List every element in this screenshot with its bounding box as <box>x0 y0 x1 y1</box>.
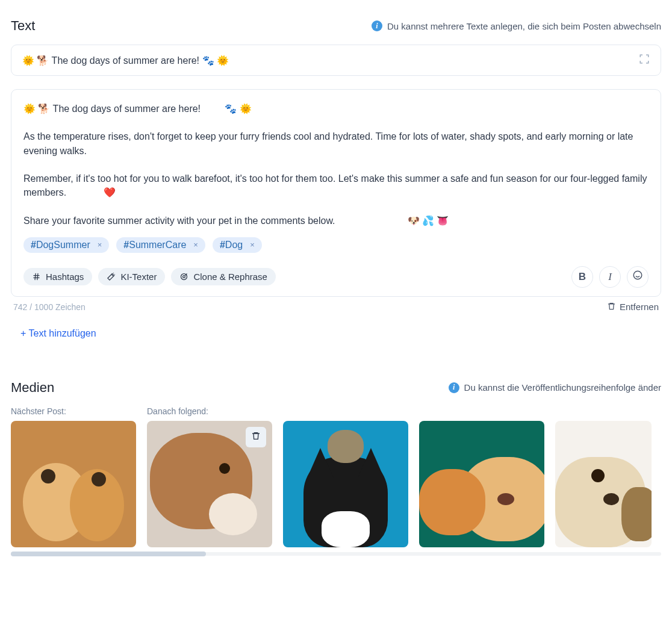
magic-wand-icon <box>107 272 116 281</box>
hashtags-button[interactable]: Hashtags <box>23 268 92 285</box>
info-icon: i <box>449 382 459 393</box>
italic-button[interactable]: I <box>599 266 621 288</box>
text-variant-collapsed[interactable]: 🌞 🐕 The dog days of summer are here! 🐾 🌞 <box>11 45 661 76</box>
remove-text-button[interactable]: Entfernen <box>607 302 659 312</box>
add-text-label: + Text hinzufügen <box>20 328 96 338</box>
media-section-header: Medien i Du kannst die Veröffentlichungs… <box>11 380 661 396</box>
scrollbar-thumb[interactable] <box>11 552 206 556</box>
trash-icon <box>251 431 261 443</box>
media-labels: Nächster Post: Danach folgend: <box>11 406 661 416</box>
ai-texter-label: KI-Texter <box>120 272 157 282</box>
hashtag-chip[interactable]: #DogSummer × <box>23 237 109 253</box>
target-icon <box>179 272 188 281</box>
media-thumbnail[interactable] <box>555 421 652 547</box>
below-card-row: 742 / 1000 Zeichen Entfernen <box>11 297 661 312</box>
editor-toolbar: Hashtags KI-Texter Clone & Rephrase B I <box>23 266 649 288</box>
hashtag-row: #DogSummer × #SummerCare × #Dog × <box>23 237 649 253</box>
clone-rephrase-label: Clone & Rephrase <box>193 272 267 282</box>
text-section-title: Text <box>11 18 35 34</box>
hashtag-remove-icon[interactable]: × <box>249 240 256 249</box>
text-info-block: i Du kannst mehrere Texte anlegen, die s… <box>372 20 661 31</box>
media-thumbnail[interactable] <box>419 421 544 547</box>
hash-icon <box>32 272 41 281</box>
media-thumbnail[interactable] <box>11 421 136 547</box>
post-text-body[interactable]: 🌞 🐕 The dog days of summer are here! 🐾 🌞… <box>23 102 649 228</box>
ai-texter-button[interactable]: KI-Texter <box>98 268 165 285</box>
hashtags-button-label: Hashtags <box>46 272 84 282</box>
svg-point-2 <box>633 271 642 279</box>
text-variant-expanded: 🌞 🐕 The dog days of summer are here! 🐾 🌞… <box>11 89 661 297</box>
text-info-text: Du kannst mehrere Texte anlegen, die sic… <box>387 21 661 31</box>
media-thumbnail[interactable] <box>283 421 408 547</box>
delete-media-button[interactable] <box>246 427 266 447</box>
media-section-title: Medien <box>11 380 54 396</box>
hashtag-chip[interactable]: #Dog × <box>213 237 262 253</box>
emoji-icon <box>632 270 643 284</box>
emoji-button[interactable] <box>627 266 649 288</box>
text-section-header: Text i Du kannst mehrere Texte anlegen, … <box>11 18 661 34</box>
bold-button[interactable]: B <box>571 266 593 288</box>
collapsed-summary: 🌞 🐕 The dog days of summer are here! 🐾 🌞 <box>22 55 229 66</box>
next-post-label: Nächster Post: <box>11 406 136 416</box>
hashtag-label: DogSummer <box>36 240 90 250</box>
following-label: Danach folgend: <box>147 406 208 416</box>
trash-icon <box>607 302 616 312</box>
expand-icon[interactable] <box>639 54 650 67</box>
hashtag-label: SummerCare <box>129 240 186 250</box>
hashtag-label: Dog <box>225 240 243 250</box>
info-icon: i <box>372 20 382 31</box>
media-thumbnail[interactable] <box>147 421 272 547</box>
add-text-button[interactable]: + Text hinzufügen <box>11 321 661 346</box>
media-scrollbar[interactable] <box>11 552 661 556</box>
hashtag-chip[interactable]: #SummerCare × <box>116 237 205 253</box>
media-thumbnail-row[interactable] <box>11 421 661 547</box>
media-info-block: i Du kannst die Veröffentlichungsreihenf… <box>449 382 661 393</box>
hashtag-remove-icon[interactable]: × <box>192 240 199 249</box>
clone-rephrase-button[interactable]: Clone & Rephrase <box>171 268 276 285</box>
media-info-text: Du kannst die Veröffentlichungsreihenfol… <box>464 382 661 393</box>
remove-label: Entfernen <box>620 302 659 312</box>
char-counter: 742 / 1000 Zeichen <box>13 302 86 312</box>
hashtag-remove-icon[interactable]: × <box>96 240 104 249</box>
svg-point-1 <box>183 276 185 278</box>
